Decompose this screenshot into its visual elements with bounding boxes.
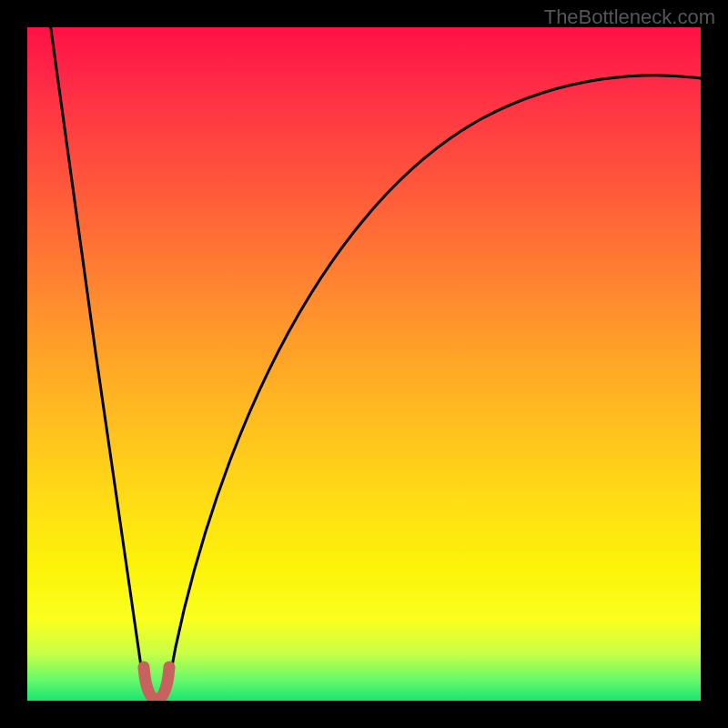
plot-area <box>27 27 701 701</box>
attribution-text: TheBottleneck.com <box>544 5 715 29</box>
bottleneck-curve <box>27 27 701 701</box>
curve-right-ascent <box>168 76 701 685</box>
valley-marker-icon <box>144 667 169 699</box>
chart-frame: TheBottleneck.com <box>0 0 728 728</box>
curve-left-descent <box>50 27 144 685</box>
